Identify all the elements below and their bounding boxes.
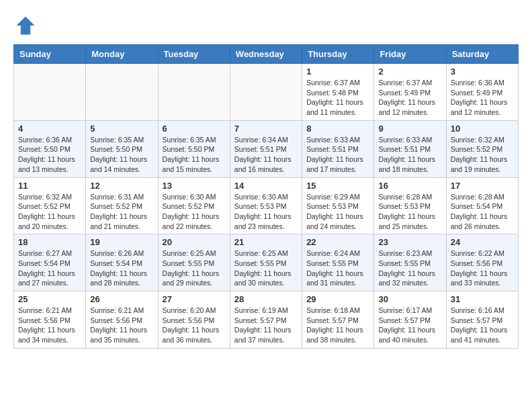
day-number: 31 (451, 294, 514, 304)
day-number: 29 (306, 294, 369, 304)
day-info: Sunrise: 6:20 AM Sunset: 5:56 PM Dayligh… (163, 306, 226, 345)
logo-icon (13, 13, 38, 38)
day-number: 7 (234, 124, 298, 134)
day-info: Sunrise: 6:27 AM Sunset: 5:54 PM Dayligh… (18, 248, 81, 288)
day-number: 13 (163, 181, 226, 191)
day-number: 27 (163, 294, 226, 304)
day-info: Sunrise: 6:26 AM Sunset: 5:54 PM Dayligh… (90, 248, 153, 288)
calendar-cell: 9Sunrise: 6:33 AM Sunset: 5:51 PM Daylig… (374, 120, 446, 177)
day-info: Sunrise: 6:28 AM Sunset: 5:54 PM Dayligh… (451, 192, 514, 232)
day-info: Sunrise: 6:25 AM Sunset: 5:55 PM Dayligh… (163, 248, 226, 288)
weekday-header-friday: Friday (374, 45, 446, 64)
calendar-cell: 26Sunrise: 6:21 AM Sunset: 5:56 PM Dayli… (86, 291, 158, 349)
calendar-cell: 27Sunrise: 6:20 AM Sunset: 5:56 PM Dayli… (158, 291, 230, 349)
day-number: 3 (451, 66, 514, 77)
calendar-cell (158, 64, 230, 121)
calendar-week-1: 1Sunrise: 6:37 AM Sunset: 5:48 PM Daylig… (14, 64, 519, 121)
calendar-cell: 12Sunrise: 6:31 AM Sunset: 5:52 PM Dayli… (86, 177, 158, 234)
day-number: 4 (18, 124, 81, 134)
calendar-cell: 17Sunrise: 6:28 AM Sunset: 5:54 PM Dayli… (446, 177, 518, 234)
calendar-cell: 13Sunrise: 6:30 AM Sunset: 5:52 PM Dayli… (158, 177, 230, 234)
calendar-cell: 31Sunrise: 6:16 AM Sunset: 5:57 PM Dayli… (446, 291, 518, 349)
day-number: 24 (451, 237, 514, 247)
day-info: Sunrise: 6:19 AM Sunset: 5:57 PM Dayligh… (234, 306, 298, 345)
calendar-cell: 15Sunrise: 6:29 AM Sunset: 5:53 PM Dayli… (302, 177, 374, 234)
day-number: 22 (306, 237, 369, 247)
day-info: Sunrise: 6:35 AM Sunset: 5:50 PM Dayligh… (163, 135, 226, 175)
day-number: 19 (90, 237, 153, 247)
calendar-cell (14, 64, 86, 121)
day-info: Sunrise: 6:18 AM Sunset: 5:57 PM Dayligh… (306, 306, 369, 345)
day-info: Sunrise: 6:28 AM Sunset: 5:53 PM Dayligh… (378, 192, 441, 232)
day-info: Sunrise: 6:34 AM Sunset: 5:51 PM Dayligh… (234, 135, 298, 175)
day-number: 20 (163, 237, 226, 247)
calendar-table: SundayMondayTuesdayWednesdayThursdayFrid… (13, 44, 519, 349)
calendar-header: SundayMondayTuesdayWednesdayThursdayFrid… (14, 45, 519, 64)
day-number: 2 (378, 66, 441, 77)
day-info: Sunrise: 6:30 AM Sunset: 5:53 PM Dayligh… (234, 192, 298, 232)
calendar-cell: 21Sunrise: 6:25 AM Sunset: 5:55 PM Dayli… (230, 234, 302, 291)
day-info: Sunrise: 6:22 AM Sunset: 5:56 PM Dayligh… (451, 248, 514, 288)
calendar-cell: 8Sunrise: 6:33 AM Sunset: 5:51 PM Daylig… (302, 120, 374, 177)
calendar-cell: 14Sunrise: 6:30 AM Sunset: 5:53 PM Dayli… (230, 177, 302, 234)
day-number: 9 (378, 124, 441, 134)
day-info: Sunrise: 6:33 AM Sunset: 5:51 PM Dayligh… (378, 135, 441, 175)
calendar-cell: 5Sunrise: 6:35 AM Sunset: 5:50 PM Daylig… (86, 120, 158, 177)
day-number: 6 (163, 124, 226, 134)
calendar-body: 1Sunrise: 6:37 AM Sunset: 5:48 PM Daylig… (14, 64, 519, 349)
weekday-header-tuesday: Tuesday (158, 45, 230, 64)
day-number: 26 (90, 294, 153, 304)
day-info: Sunrise: 6:24 AM Sunset: 5:55 PM Dayligh… (306, 248, 369, 288)
calendar-cell: 19Sunrise: 6:26 AM Sunset: 5:54 PM Dayli… (86, 234, 158, 291)
day-number: 12 (90, 181, 153, 191)
weekday-header-row: SundayMondayTuesdayWednesdayThursdayFrid… (14, 45, 519, 64)
calendar-cell: 11Sunrise: 6:32 AM Sunset: 5:52 PM Dayli… (14, 177, 86, 234)
day-number: 1 (306, 66, 369, 77)
weekday-header-saturday: Saturday (446, 45, 518, 64)
day-info: Sunrise: 6:16 AM Sunset: 5:57 PM Dayligh… (451, 306, 514, 345)
day-info: Sunrise: 6:36 AM Sunset: 5:50 PM Dayligh… (18, 135, 81, 175)
calendar-cell: 2Sunrise: 6:37 AM Sunset: 5:49 PM Daylig… (374, 64, 446, 121)
day-number: 25 (18, 294, 81, 304)
day-number: 10 (451, 124, 514, 134)
day-number: 5 (90, 124, 153, 134)
calendar-cell: 4Sunrise: 6:36 AM Sunset: 5:50 PM Daylig… (14, 120, 86, 177)
logo (13, 13, 40, 38)
day-info: Sunrise: 6:29 AM Sunset: 5:53 PM Dayligh… (306, 192, 369, 232)
svg-marker-0 (17, 17, 35, 35)
calendar-cell (230, 64, 302, 121)
day-info: Sunrise: 6:37 AM Sunset: 5:49 PM Dayligh… (378, 78, 441, 118)
calendar-cell: 10Sunrise: 6:32 AM Sunset: 5:52 PM Dayli… (446, 120, 518, 177)
weekday-header-sunday: Sunday (14, 45, 86, 64)
day-number: 11 (18, 181, 81, 191)
day-info: Sunrise: 6:21 AM Sunset: 5:56 PM Dayligh… (18, 306, 81, 345)
calendar-cell: 3Sunrise: 6:36 AM Sunset: 5:49 PM Daylig… (446, 64, 518, 121)
calendar-cell: 29Sunrise: 6:18 AM Sunset: 5:57 PM Dayli… (302, 291, 374, 349)
day-info: Sunrise: 6:32 AM Sunset: 5:52 PM Dayligh… (451, 135, 514, 175)
day-number: 16 (378, 181, 441, 191)
calendar-week-4: 18Sunrise: 6:27 AM Sunset: 5:54 PM Dayli… (14, 234, 519, 291)
day-number: 18 (18, 237, 81, 247)
weekday-header-monday: Monday (86, 45, 158, 64)
day-info: Sunrise: 6:30 AM Sunset: 5:52 PM Dayligh… (163, 192, 226, 232)
day-info: Sunrise: 6:32 AM Sunset: 5:52 PM Dayligh… (18, 192, 81, 232)
day-info: Sunrise: 6:31 AM Sunset: 5:52 PM Dayligh… (90, 192, 153, 232)
calendar-cell: 6Sunrise: 6:35 AM Sunset: 5:50 PM Daylig… (158, 120, 230, 177)
day-info: Sunrise: 6:23 AM Sunset: 5:55 PM Dayligh… (378, 248, 441, 288)
day-number: 23 (378, 237, 441, 247)
day-info: Sunrise: 6:17 AM Sunset: 5:57 PM Dayligh… (378, 306, 441, 345)
calendar-cell: 23Sunrise: 6:23 AM Sunset: 5:55 PM Dayli… (374, 234, 446, 291)
calendar-cell: 30Sunrise: 6:17 AM Sunset: 5:57 PM Dayli… (374, 291, 446, 349)
weekday-header-thursday: Thursday (302, 45, 374, 64)
calendar-cell: 1Sunrise: 6:37 AM Sunset: 5:48 PM Daylig… (302, 64, 374, 121)
calendar-week-2: 4Sunrise: 6:36 AM Sunset: 5:50 PM Daylig… (14, 120, 519, 177)
calendar-cell: 20Sunrise: 6:25 AM Sunset: 5:55 PM Dayli… (158, 234, 230, 291)
day-info: Sunrise: 6:25 AM Sunset: 5:55 PM Dayligh… (234, 248, 298, 288)
day-number: 17 (451, 181, 514, 191)
day-number: 28 (234, 294, 298, 304)
day-info: Sunrise: 6:36 AM Sunset: 5:49 PM Dayligh… (451, 78, 514, 118)
day-number: 21 (234, 237, 298, 247)
day-number: 30 (378, 294, 441, 304)
day-info: Sunrise: 6:21 AM Sunset: 5:56 PM Dayligh… (90, 306, 153, 345)
day-info: Sunrise: 6:33 AM Sunset: 5:51 PM Dayligh… (306, 135, 369, 175)
